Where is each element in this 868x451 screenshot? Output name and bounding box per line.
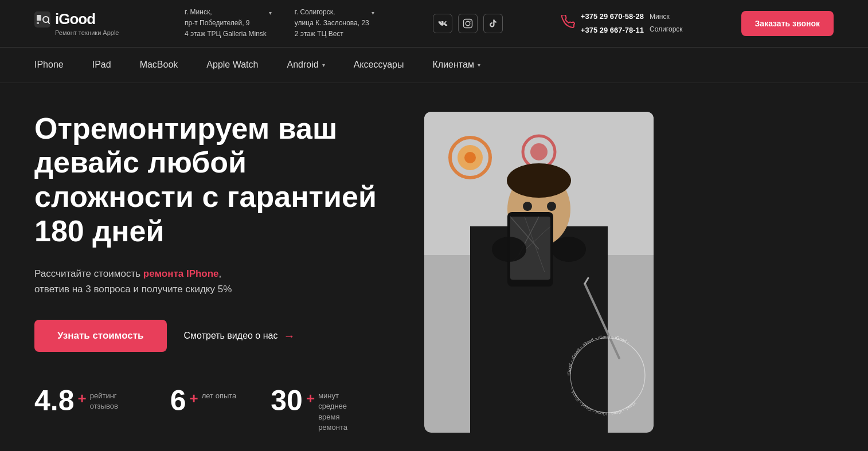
stat-minutes-label: минут среднее время ремонта: [318, 391, 364, 433]
hero-section: Отремонтируем ваш девайс любой сложности…: [0, 83, 868, 451]
call-button[interactable]: Заказать звонок: [741, 11, 834, 36]
svg-point-14: [530, 143, 548, 160]
svg-rect-5: [463, 19, 472, 28]
arrow-right-icon: →: [283, 330, 295, 343]
stat-rating-plus: +: [78, 390, 87, 407]
svg-rect-1: [37, 15, 41, 21]
stats-section: 4.8 + рейтинг отзывов 6 + лет опыта 30 +…: [34, 386, 401, 433]
logo-subtitle: Ремонт техники Apple: [55, 29, 126, 36]
svg-point-17: [507, 163, 571, 198]
vk-icon[interactable]: [433, 14, 452, 33]
instagram-icon[interactable]: [458, 14, 478, 33]
nav-ipad[interactable]: IPad: [92, 60, 111, 70]
clients-chevron-icon: ▾: [478, 62, 480, 68]
address-minsk-street: пр-т Победителей, 9: [185, 19, 250, 27]
tiktok-icon[interactable]: [483, 14, 503, 33]
svg-point-7: [470, 21, 471, 22]
address-soligorsk-city: г. Солигорск,: [295, 8, 335, 16]
svg-point-28: [552, 237, 586, 262]
site-header: iGood Ремонт техники Apple г. Минск, пр-…: [0, 0, 868, 48]
hero-buttons: Узнать стоимость Смотреть видео о нас →: [34, 320, 401, 352]
watch-video-button[interactable]: Смотреть видео о нас →: [184, 330, 295, 343]
hero-title: Отремонтируем ваш девайс любой сложности…: [34, 112, 401, 249]
address-block: г. Минск, пр-т Победителей, 9 4 этаж ТРЦ…: [185, 7, 374, 40]
watch-video-label: Смотреть видео о нас: [184, 331, 278, 341]
nav-accessories[interactable]: Аксессуары: [354, 60, 404, 70]
city-label-1: Минск: [650, 11, 683, 23]
stat-minutes: 30 + минут среднее время ремонта: [271, 386, 364, 433]
stat-rating: 4.8 + рейтинг отзывов: [34, 386, 136, 415]
main-nav: IPhone IPad MacBook Apple Watch Android …: [0, 48, 868, 83]
hero-image: iGood ~ iGood ~ iGood ~ iGood ~ iGood ~ …: [424, 112, 654, 433]
city-label-2: Солигорск: [650, 23, 683, 36]
nav-clients[interactable]: Клиентам ▾: [433, 60, 480, 70]
svg-point-27: [492, 237, 526, 262]
svg-point-19: [547, 202, 556, 211]
stat-minutes-plus: +: [306, 390, 315, 407]
social-icons: [433, 14, 503, 33]
nav-android[interactable]: Android ▾: [287, 60, 324, 70]
hero-subtitle-plain: Рассчитайте стоимость: [34, 268, 140, 279]
city-labels: Минск Солигорск: [650, 11, 683, 36]
stat-years-number: 6: [170, 386, 186, 415]
stat-rating-label: рейтинг отзывов: [90, 391, 136, 411]
svg-point-6: [466, 21, 470, 26]
address-minsk-chevron: ▾: [269, 9, 272, 18]
stat-years-label: лет опыта: [202, 391, 237, 401]
address-minsk[interactable]: г. Минск, пр-т Победителей, 9 4 этаж ТРЦ…: [185, 7, 272, 40]
nav-macbook[interactable]: MacBook: [140, 60, 178, 70]
hero-subtitle-link[interactable]: ремонта IPhone: [143, 268, 219, 279]
stat-years: 6 + лет опыта: [170, 386, 237, 415]
phone-block: +375 29 670-58-28 +375 29 667-78-11 Минс…: [561, 10, 683, 37]
android-chevron-icon: ▾: [322, 62, 325, 68]
know-cost-button[interactable]: Узнать стоимость: [34, 320, 167, 352]
phone-number-1[interactable]: +375 29 670-58-28: [581, 10, 644, 23]
svg-rect-2: [37, 22, 39, 24]
logo-name: iGood: [55, 10, 95, 28]
address-soligorsk[interactable]: г. Солигорск, улица К. Заслонова, 23 2 э…: [295, 7, 374, 40]
stat-rating-number: 4.8: [34, 386, 75, 415]
address-soligorsk-street: улица К. Заслонова, 23: [295, 19, 369, 27]
phone-icon: [561, 15, 575, 32]
phone-number-2[interactable]: +375 29 667-78-11: [581, 23, 644, 37]
address-soligorsk-floor: 2 этаж ТЦ Вест: [295, 30, 343, 38]
hero-subtitle: Рассчитайте стоимость ремонта IPhone,отв…: [34, 266, 401, 297]
address-minsk-floor: 4 этаж ТРЦ Galleria Minsk: [185, 30, 267, 38]
address-minsk-city: г. Минск,: [185, 8, 212, 16]
svg-point-18: [523, 202, 532, 211]
address-soligorsk-chevron: ▾: [372, 9, 374, 18]
logo-icon: [34, 11, 50, 28]
nav-iphone[interactable]: IPhone: [34, 60, 64, 70]
svg-point-12: [464, 152, 476, 163]
logo-area: iGood Ремонт техники Apple: [34, 10, 126, 36]
stat-years-plus: +: [190, 390, 198, 407]
hero-content: Отремонтируем ваш девайс любой сложности…: [34, 112, 424, 433]
nav-applewatch[interactable]: Apple Watch: [206, 60, 258, 70]
stat-minutes-number: 30: [271, 386, 303, 415]
